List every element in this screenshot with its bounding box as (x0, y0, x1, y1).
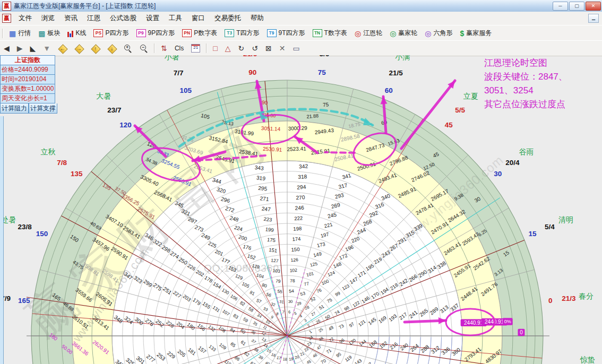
spiral-number: 79 (276, 278, 281, 284)
tool-button-tri-left[interactable]: ◀ (0, 43, 13, 54)
outer-degree-label: 45 (445, 121, 453, 129)
menu-item-窗口[interactable]: 窗口 (187, 12, 210, 24)
price-outer-label: 3000.29 (288, 125, 307, 132)
parameter-row: 价格=2440.9099 (0, 65, 55, 75)
child-minimize-button[interactable]: ▁ (588, 14, 599, 23)
menu-item-帮助[interactable]: 帮助 (246, 12, 269, 24)
diamond-arrow-icon-down: ↓ (107, 44, 116, 53)
menu-item-江恩[interactable]: 江恩 (82, 12, 105, 24)
toolbar-button-江恩轮[interactable]: ◎江恩轮 (351, 27, 386, 39)
price-inner-label: 2523.41 (287, 145, 306, 152)
spiral-number: 223 (263, 216, 272, 223)
toolbar-button-赢家服务[interactable]: $赢家服务 (457, 27, 496, 39)
diamond-arrow-icon-up: ↑ (91, 44, 100, 53)
tool-button-xbox[interactable]: ⊠ (262, 43, 276, 54)
maximize-button[interactable]: ▢ (569, 2, 584, 11)
annotation-line: 其它点位涨跌过度点 (484, 98, 567, 111)
tool-button-zoom-out[interactable]: − (136, 42, 152, 54)
toolbar-button-T数字表[interactable]: TNT数字表 (309, 27, 351, 39)
drawing-toolbar: ◀▶◣▼←→↑↓+−⇅Cls21□△↻↺⊠✕▭ (0, 40, 602, 56)
menu-app-icon: 赢 (2, 14, 11, 23)
toolbar-button-六角形[interactable]: ◎六角形 (421, 27, 456, 39)
tool-button-tri-right[interactable]: ▶ (13, 43, 27, 54)
toolbar-button-K线[interactable]: K线 (64, 27, 90, 39)
outer-degree-label: 90 (248, 68, 256, 76)
tool-button-diamond-left[interactable]: ← (54, 42, 71, 55)
close-button[interactable]: ✕ (586, 2, 601, 11)
toolbar-button-label: P四方形 (105, 29, 128, 38)
spiral-number: 127 (271, 257, 279, 264)
minimize-button[interactable]: ─ (553, 2, 568, 11)
date-label: 23/7 (107, 106, 121, 114)
toolbar-button-P数字表[interactable]: PNP数字表 (178, 27, 221, 39)
tool-button-square[interactable]: □ (209, 43, 221, 54)
button-计算阻力[interactable]: 计算阻力 (0, 103, 29, 114)
toolbar-button-行情[interactable]: ▦行情 (5, 27, 35, 39)
zoom-handle (128, 50, 132, 53)
zoom-out-icon: − (140, 44, 148, 53)
badge-icon: T9 (267, 29, 277, 37)
menu-item-工具[interactable]: 工具 (164, 12, 187, 24)
spiral-number: 6 (288, 309, 291, 314)
sector-blocks-icon: ▩ (38, 30, 45, 37)
menu-item-设置[interactable]: 设置 (141, 12, 164, 24)
tool-button-zoom-in[interactable]: + (120, 42, 136, 54)
spiral-number: 18 (282, 357, 287, 362)
diamond-arrow-icon-left: ← (58, 44, 67, 53)
menu-item-资讯[interactable]: 资讯 (59, 12, 82, 24)
date-label: 5/5 (455, 106, 465, 114)
index-parameter-panel: 上证指数 价格=2440.9099时间=20190104变换系数=1.00000… (0, 55, 55, 114)
toolbar-button-赢家轮[interactable]: ◎赢家轮 (386, 27, 421, 39)
spiral-number: 151 (269, 247, 278, 254)
toolbar-button-板块[interactable]: ▩板块 (35, 27, 64, 39)
parameter-row: 变换系数=1.00000 (0, 84, 55, 94)
menu-item-公式选股[interactable]: 公式选股 (105, 12, 141, 24)
toolbar-button-T四方形[interactable]: T3T四方形 (221, 27, 263, 39)
xbox-icon: ⊠ (265, 45, 272, 52)
toolbar-button-P四方形[interactable]: PSP四方形 (90, 27, 132, 39)
menu-item-文件[interactable]: 文件 (14, 12, 37, 24)
spiral-number: 295 (258, 185, 268, 192)
diamond-arrow-glyph: ↓ (107, 45, 116, 53)
spiral-number: 103 (272, 268, 280, 274)
badge-icon: T3 (225, 29, 234, 37)
gann-annotation-text: 江恩理论时空图波段关键位：2847、3051、3254其它点位涨跌过度点 (484, 56, 567, 111)
button-计算支撑[interactable]: 计算支撑 (29, 103, 57, 114)
toolbar-button-9P四方形[interactable]: P99P四方形 (133, 27, 179, 39)
candle-bar (67, 32, 69, 37)
percent-label: 21.88 (306, 113, 319, 119)
outer-degree-label: 135 (71, 170, 83, 178)
tool-button-rotate-ccw[interactable]: ↺ (248, 43, 262, 54)
tool-button-diamond-down[interactable]: ↓ (104, 42, 120, 55)
tool-button-monitor[interactable]: ▭ (289, 43, 303, 54)
date-label: 7/7 (174, 69, 184, 77)
tool-button-xdots[interactable]: ✕ (276, 43, 289, 54)
tool-button-diamond-right[interactable]: → (71, 42, 87, 55)
spiral-number: 174 (292, 236, 301, 242)
toolbar-button-label: 六角形 (434, 29, 453, 38)
outer-degree-label: 150 (36, 230, 48, 238)
menu-items: 文件浏览资讯江恩公式选股设置工具窗口交易委托帮助 (14, 12, 269, 24)
tool-button-tool-Cls[interactable]: Cls (171, 43, 187, 54)
menu-item-浏览[interactable]: 浏览 (37, 12, 59, 24)
tool-button-tri-down[interactable]: ▼ (39, 43, 54, 54)
tool-button-tri-upleft[interactable]: ◣ (27, 43, 40, 54)
toolbar-button-label: 赢家服务 (466, 29, 492, 38)
tool-button-triangle[interactable]: △ (221, 43, 235, 54)
menu-item-交易委托[interactable]: 交易委托 (210, 12, 246, 24)
toolbar-button-9T四方形[interactable]: T99T四方形 (263, 27, 309, 39)
spiral-number: 199 (265, 226, 274, 233)
spiral-number: 246 (295, 205, 304, 211)
outer-degree-label: 0 (548, 297, 553, 305)
watermark-qq: QQ:100800360 (204, 263, 279, 274)
degree-label: 75 (323, 101, 330, 108)
annotation-line: 3051、3254 (484, 84, 567, 98)
tool-button-diamond-up[interactable]: ↑ (87, 42, 104, 55)
toolbar-button-label: K线 (75, 29, 86, 38)
spiral-number: 247 (261, 206, 271, 213)
candle-bar (70, 33, 71, 37)
tool-button-rotate-cw[interactable]: ↻ (235, 43, 248, 54)
tool-button-calendar[interactable]: 21 (187, 42, 204, 54)
toolbar-button-label: 江恩轮 (363, 29, 382, 38)
tool-button-updown[interactable]: ⇅ (157, 43, 171, 54)
